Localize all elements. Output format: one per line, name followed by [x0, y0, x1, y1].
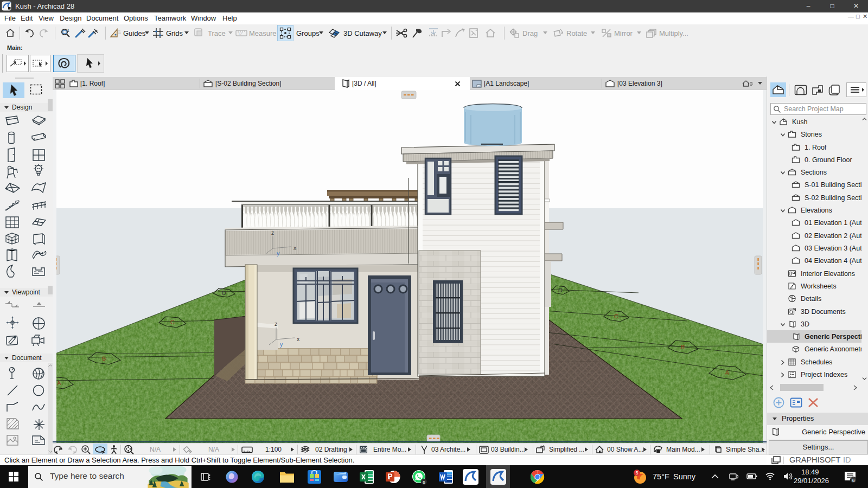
svg-text:y: y [280, 341, 283, 348]
svg-text:C: C [614, 313, 618, 320]
svg-text:1: 1 [67, 29, 69, 33]
svg-text:y: y [277, 250, 280, 256]
svg-text:5: 5 [636, 470, 639, 476]
svg-text:z: z [271, 229, 274, 236]
svg-text:B: B [680, 344, 685, 351]
svg-text:x: x [297, 336, 300, 342]
svg-text:12: 12 [238, 32, 242, 36]
svg-text:x: x [293, 245, 297, 251]
svg-text:6: 6 [423, 480, 425, 485]
svg-text:z: z [275, 320, 277, 327]
svg-text:D: D [558, 287, 563, 294]
svg-text:6: 6 [852, 478, 855, 483]
